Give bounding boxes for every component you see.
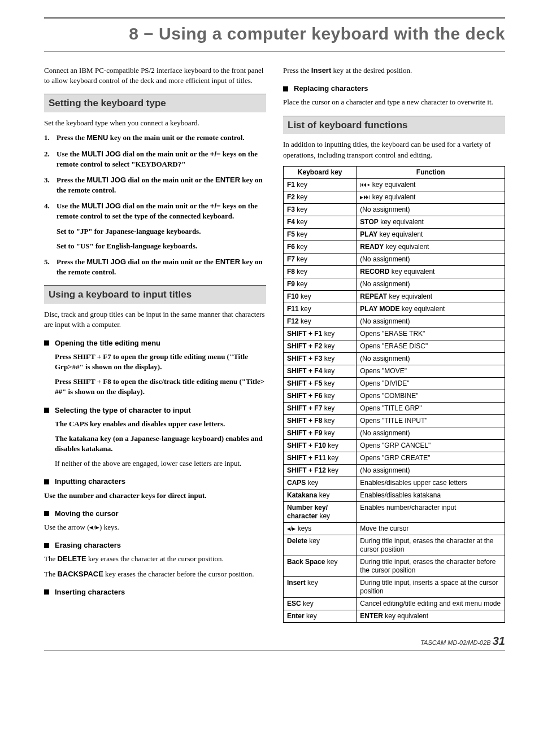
cell-function: Enables/disables upper case letters — [357, 477, 505, 489]
using-intro: Disc, track and group titles can be inpu… — [44, 309, 266, 330]
cell-key: ESC key — [284, 597, 357, 610]
cell-function: Move the cursor — [357, 522, 505, 535]
subhead-moving-label: Moving the cursor — [55, 509, 119, 519]
table-row: SHIFT + F6 keyOpens "COMBINE" — [284, 390, 505, 402]
cell-function: Opens "DIVIDE" — [357, 377, 505, 390]
cell-key: SHIFT + F11 key — [284, 452, 357, 464]
subhead-moving: Moving the cursor — [44, 509, 266, 519]
cell-function: Opens "MOVE" — [357, 365, 505, 377]
selecting-p1: The CAPS key enables and disables upper … — [55, 419, 266, 429]
cell-function: (No assignment) — [357, 203, 505, 216]
subhead-replacing: Replacing characters — [283, 84, 505, 94]
cell-function: RECORD key equivalent — [357, 265, 505, 278]
cell-key: ◂/▸ keys — [284, 522, 357, 535]
footer-product: TASCAM MD-02/MD-02B — [420, 639, 490, 646]
table-row: F4 keySTOP key equivalent — [284, 216, 505, 228]
subhead-selecting-label: Selecting the type of character to input — [55, 405, 191, 416]
cell-key: F9 key — [284, 278, 357, 290]
step-item: 1.Press the MENU key on the main unit or… — [44, 133, 266, 143]
table-row: SHIFT + F8 keyOpens "TITLE INPUT" — [284, 414, 505, 427]
keyboard-functions-table: Keyboard key Function F1 key⏮◂ key equiv… — [283, 166, 505, 623]
inputting-p: Use the number and character keys for di… — [44, 491, 266, 501]
subhead-inserting-label: Inserting characters — [55, 587, 125, 597]
cell-function: During title input, erases the character… — [357, 556, 505, 576]
footer-rule — [44, 650, 505, 651]
cell-key: F1 key — [284, 178, 357, 191]
table-row: F6 keyREADY key equivalent — [284, 241, 505, 253]
cell-function: (No assignment) — [357, 253, 505, 265]
left-column: Connect an IBM PC-compatible PS/2 interf… — [44, 65, 266, 623]
cell-key: SHIFT + F8 key — [284, 414, 357, 427]
cell-key: SHIFT + F6 key — [284, 390, 357, 402]
subhead-inserting: Inserting characters — [44, 587, 266, 597]
cell-function: Opens "GRP CANCEL" — [357, 439, 505, 452]
step-item: 5.Press the MULTI JOG dial on the main u… — [44, 257, 266, 277]
subhead-opening: Opening the title editing menu — [44, 338, 266, 348]
cell-function: Opens "ERASE TRK" — [357, 327, 505, 340]
chapter-title: 8 − Using a computer keyboard with the d… — [44, 22, 505, 46]
cell-key: SHIFT + F12 key — [284, 464, 357, 477]
cell-key: F2 key — [284, 191, 357, 203]
cell-key: Insert key — [284, 576, 357, 597]
cell-function: (No assignment) — [357, 278, 505, 290]
selecting-p3: If neither of the above are engaged, low… — [55, 458, 266, 469]
replacing-p: Place the cursor on a character and type… — [283, 97, 505, 107]
bullet-square-icon — [44, 511, 49, 516]
table-row: F10 keyREPEAT key equivalent — [284, 290, 505, 303]
table-row: SHIFT + F1 keyOpens "ERASE TRK" — [284, 327, 505, 340]
table-row: SHIFT + F10 keyOpens "GRP CANCEL" — [284, 439, 505, 452]
cell-key: SHIFT + F10 key — [284, 439, 357, 452]
cell-function: During title input, inserts a space at t… — [357, 576, 505, 597]
th-key: Keyboard key — [284, 166, 357, 178]
table-row: SHIFT + F4 keyOpens "MOVE" — [284, 365, 505, 377]
bullet-square-icon — [44, 589, 49, 595]
table-row: F9 key(No assignment) — [284, 278, 505, 290]
table-row: F8 keyRECORD key equivalent — [284, 265, 505, 278]
subhead-replacing-label: Replacing characters — [294, 84, 368, 94]
bullet-square-icon — [44, 408, 49, 413]
cell-key: SHIFT + F5 key — [284, 377, 357, 390]
cell-function: During title input, erases the character… — [357, 535, 505, 556]
cell-function: ⏮◂ key equivalent — [357, 178, 505, 191]
table-row: Katakana keyEnables/disables katakana — [284, 489, 505, 501]
cell-function: REPEAT key equivalent — [357, 290, 505, 303]
cell-function: Opens "TITLE INPUT" — [357, 414, 505, 427]
cell-key: F8 key — [284, 265, 357, 278]
subhead-erasing: Erasing characters — [44, 540, 266, 550]
opening-body: Press SHIFT + F7 to open the group title… — [55, 352, 266, 397]
opening-p1: Press SHIFT + F7 to open the group title… — [55, 352, 266, 372]
table-row: CAPS keyEnables/disables upper case lett… — [284, 477, 505, 489]
table-row: F5 keyPLAY key equivalent — [284, 228, 505, 241]
table-row: F11 keyPLAY MODE key equivalent — [284, 303, 505, 315]
table-row: SHIFT + F9 key(No assignment) — [284, 427, 505, 439]
step-body: Use the MULTI JOG dial on the main unit … — [56, 201, 266, 251]
cell-key: SHIFT + F7 key — [284, 402, 357, 414]
selecting-body: The CAPS key enables and disables upper … — [55, 419, 266, 469]
table-row: Delete keyDuring title input, erases the… — [284, 535, 505, 556]
section-heading-setting: Setting the keyboard type — [44, 94, 266, 112]
table-header-row: Keyboard key Function — [284, 166, 505, 178]
cell-key: Katakana key — [284, 489, 357, 501]
step-body: Press the MENU key on the main unit or t… — [56, 133, 266, 143]
cell-key: F3 key — [284, 203, 357, 216]
chapter-heading-bar: 8 − Using a computer keyboard with the d… — [44, 17, 505, 52]
selecting-p2: The katakana key (on a Japanese-language… — [55, 434, 266, 454]
table-row: F7 key(No assignment) — [284, 253, 505, 265]
cell-key: F4 key — [284, 216, 357, 228]
step-number: 5. — [44, 257, 56, 277]
bullet-square-icon — [44, 543, 49, 548]
table-row: SHIFT + F11 keyOpens "GRP CREATE" — [284, 452, 505, 464]
cell-function: Enables/disables katakana — [357, 489, 505, 501]
cell-key: F5 key — [284, 228, 357, 241]
step-body: Press the MULTI JOG dial on the main uni… — [56, 257, 266, 277]
footer-page-number: 31 — [493, 635, 505, 647]
setting-intro: Set the keyboard type when you connect a… — [44, 118, 266, 128]
moving-p: Use the arrow (◂/▸) keys. — [44, 522, 266, 532]
press-insert-p: Press the Insert key at the desired posi… — [283, 65, 505, 76]
cell-key: SHIFT + F3 key — [284, 352, 357, 365]
cell-function: (No assignment) — [357, 352, 505, 365]
subhead-selecting: Selecting the type of character to input — [44, 405, 266, 416]
cell-function: PLAY MODE key equivalent — [357, 303, 505, 315]
cell-function: Opens "COMBINE" — [357, 390, 505, 402]
bullet-square-icon — [283, 86, 288, 91]
